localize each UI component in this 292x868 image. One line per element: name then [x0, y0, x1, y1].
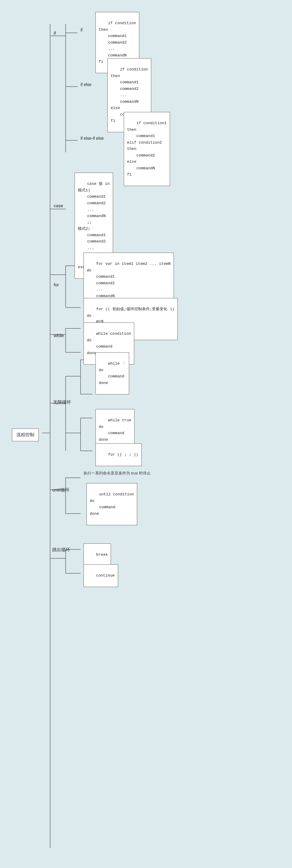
continue-code: continue: [83, 564, 118, 587]
infinite-label: 无限循环: [53, 400, 71, 405]
root-label: 流程控制: [16, 432, 34, 437]
until-label: until循环: [52, 487, 70, 493]
case-label: case: [54, 203, 63, 208]
if-elif-code: if condition1 then command1 elif conditi…: [124, 112, 170, 186]
while-colon-text: while ： do command done: [99, 361, 126, 385]
if-parent-label: if: [54, 30, 56, 35]
page: 流程控制 if if if condition then command1 co…: [6, 6, 289, 860]
while-colon-code: while ： do command done: [96, 352, 129, 395]
while-true-text: while true do command done: [99, 418, 131, 442]
until-desc: 执行一系列命令直至条件为 true 时停止: [83, 471, 151, 476]
until-text: until condition do command done: [90, 492, 134, 516]
root-node: 流程控制: [12, 429, 39, 441]
if-basic-text: if condition then command1 command2 ... …: [99, 21, 136, 64]
if-elif-sub-label: if else-if else: [80, 136, 104, 141]
break-label: 跳出循环: [52, 547, 70, 553]
if-elif-text: if condition1 then command1 elif conditi…: [127, 121, 167, 177]
break-text: break: [96, 552, 108, 557]
for-inf-code: for (( ; ; )): [96, 443, 142, 466]
continue-text: continue: [96, 573, 114, 578]
while-text: while condition do command done: [87, 332, 131, 355]
for-inf-text: for (( ; ; )): [108, 452, 138, 457]
while-label: while: [54, 333, 64, 338]
if-else-sub-label: if else: [80, 82, 92, 87]
until-code: until condition do command done: [86, 483, 137, 525]
for-label: for: [54, 282, 59, 287]
break-code: break: [83, 544, 111, 566]
if-sub-label: if: [80, 28, 83, 32]
